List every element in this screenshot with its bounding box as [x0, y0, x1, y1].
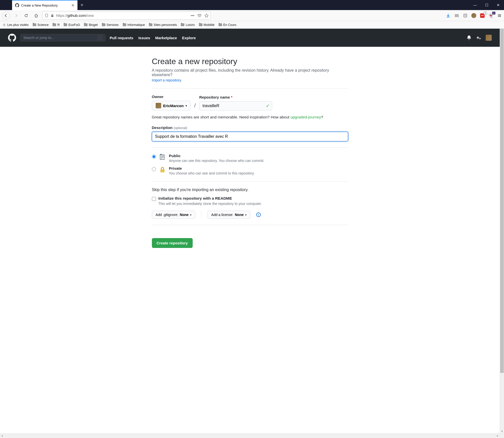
- bookmark-folder-en-cours[interactable]: En Cours: [219, 23, 236, 27]
- public-title: Public: [169, 154, 265, 158]
- most-visited-bookmark[interactable]: Les plus visités: [3, 23, 29, 27]
- bookmark-folder-mobilite[interactable]: Mobilité: [199, 23, 215, 27]
- private-desc: You choose who can see and commit to thi…: [169, 171, 255, 175]
- lock-icon: [51, 14, 54, 17]
- nav-explore[interactable]: Explore: [182, 36, 196, 40]
- check-ok-icon: ✓: [266, 103, 270, 109]
- github-header: Search or jump to... / Pull requests Iss…: [0, 29, 500, 47]
- tab-title: Create a New Repository: [21, 4, 69, 7]
- suggested-name-link[interactable]: upgraded-journey: [290, 115, 321, 119]
- repo-private-lock-icon: [159, 166, 166, 173]
- nav-marketplace[interactable]: Marketplace: [155, 36, 177, 40]
- gear-icon: [3, 23, 6, 27]
- description-label: Description (optional): [152, 125, 348, 130]
- dropdown-separator: [201, 211, 201, 218]
- svg-rect-0: [51, 15, 53, 17]
- shield-icon: [45, 14, 49, 18]
- bookmark-folder-sites-personnels[interactable]: Sites personnels: [149, 23, 177, 27]
- url-bar[interactable]: https://github.com/new •••: [42, 12, 211, 20]
- url-text: https://github.com/new: [56, 13, 189, 18]
- page-actions-icon[interactable]: •••: [191, 14, 194, 18]
- library-icon[interactable]: [454, 13, 459, 18]
- repo-name-label: Repository name *: [199, 95, 272, 99]
- page-subtitle: A repository contains all project files,…: [152, 68, 348, 77]
- owner-avatar-icon: [156, 103, 161, 108]
- import-repository-link[interactable]: Import a repository.: [152, 78, 182, 82]
- profile-avatar[interactable]: [471, 13, 476, 18]
- create-repository-button[interactable]: Create repository: [152, 238, 193, 248]
- new-tab-button[interactable]: +: [77, 0, 87, 10]
- minimize-button[interactable]: —: [469, 0, 481, 10]
- user-avatar[interactable]: [486, 35, 492, 41]
- page-title: Create a new repository: [152, 57, 348, 66]
- readme-desc: This will let you immediately clone the …: [158, 202, 262, 206]
- main-content: Create a new repository A repository con…: [147, 57, 353, 248]
- scroll-down-arrow[interactable]: ▾: [500, 429, 504, 433]
- description-input[interactable]: [152, 132, 348, 141]
- github-search-input[interactable]: Search or jump to... /: [20, 34, 106, 41]
- chevron-down-icon: ▾: [186, 104, 187, 107]
- nav-pull-requests[interactable]: Pull requests: [110, 36, 133, 40]
- notifications-bell-icon[interactable]: [467, 35, 471, 40]
- pocket-icon[interactable]: [197, 14, 201, 18]
- svg-rect-3: [160, 169, 164, 172]
- slash-shortcut-icon: /: [98, 35, 102, 40]
- close-tab-icon[interactable]: ✕: [71, 3, 74, 8]
- close-window-button[interactable]: ✕: [492, 0, 504, 10]
- urlbar-row: https://github.com/new ••• •••1 👻0: [0, 10, 504, 21]
- back-button[interactable]: [2, 12, 10, 20]
- nav-issues[interactable]: Issues: [138, 36, 150, 40]
- private-title: Private: [169, 166, 255, 171]
- readme-title: Initialize this repository with a README: [158, 196, 262, 201]
- vertical-scroll-thumb[interactable]: [500, 29, 504, 373]
- repo-public-icon: [159, 154, 166, 161]
- reload-button[interactable]: [22, 12, 30, 20]
- hamburger-menu-icon[interactable]: [497, 13, 502, 18]
- window-controls: — ☐ ✕: [469, 0, 504, 10]
- home-button[interactable]: [32, 12, 40, 20]
- visibility-private-radio[interactable]: [152, 167, 156, 171]
- license-info-icon[interactable]: i: [256, 212, 261, 217]
- slash-separator: /: [194, 102, 196, 110]
- vertical-scrollbar[interactable]: ▴ ▾: [500, 29, 504, 433]
- bookmark-folder-informatique[interactable]: Informatique: [123, 23, 145, 27]
- bookmark-star-icon[interactable]: [204, 14, 208, 18]
- github-favicon: [15, 3, 19, 7]
- owner-name: EricMarcon: [163, 104, 184, 108]
- forward-button[interactable]: [12, 12, 20, 20]
- bookmark-folder-loisirs[interactable]: Loisirs: [181, 23, 195, 27]
- scroll-left-arrow[interactable]: ◂: [0, 434, 4, 438]
- create-new-dropdown[interactable]: +▾: [476, 35, 481, 41]
- license-dropdown[interactable]: Add a license: None▾: [207, 211, 250, 219]
- bookmark-folder-bioget[interactable]: Bioget: [84, 23, 98, 27]
- bookmark-bar: Les plus visités Science R EcoFoG Bioget…: [0, 21, 504, 29]
- reader-icon[interactable]: [463, 13, 468, 18]
- readme-checkbox[interactable]: [152, 197, 156, 201]
- browser-tab[interactable]: Create a New Repository ✕: [12, 0, 77, 10]
- downloads-icon[interactable]: [446, 13, 451, 18]
- bookmark-folder-science[interactable]: Science: [33, 23, 49, 27]
- owner-select-button[interactable]: EricMarcon ▾: [152, 101, 191, 110]
- svg-rect-1: [464, 14, 467, 17]
- bookmark-folder-r[interactable]: R: [53, 23, 60, 27]
- public-desc: Anyone can see this repository. You choo…: [169, 159, 265, 163]
- maximize-button[interactable]: ☐: [481, 0, 492, 10]
- scroll-right-arrow[interactable]: ▸: [495, 434, 500, 438]
- bookmark-folder-services[interactable]: Services: [102, 23, 119, 27]
- gitignore-dropdown[interactable]: Add .gitignore: None▾: [152, 211, 195, 219]
- bookmark-folder-ecofog[interactable]: EcoFoG: [64, 23, 80, 27]
- browser-tab-bar: Create a New Repository ✕ + — ☐ ✕: [0, 0, 504, 10]
- scroll-corner: [500, 433, 504, 438]
- repo-name-input[interactable]: [199, 101, 272, 110]
- repo-name-hint: Great repository names are short and mem…: [152, 115, 348, 119]
- extension-ghostery[interactable]: 👻0: [488, 13, 493, 18]
- svg-point-2: [4, 24, 5, 25]
- extension-lastpass[interactable]: •••1: [480, 13, 485, 18]
- visibility-public-radio[interactable]: [152, 155, 156, 159]
- skip-text: Skip this step if you're importing an ex…: [152, 188, 348, 192]
- horizontal-scrollbar[interactable]: ◂ ▸: [0, 433, 500, 438]
- owner-label: Owner: [152, 95, 191, 99]
- github-logo-icon[interactable]: [8, 34, 16, 42]
